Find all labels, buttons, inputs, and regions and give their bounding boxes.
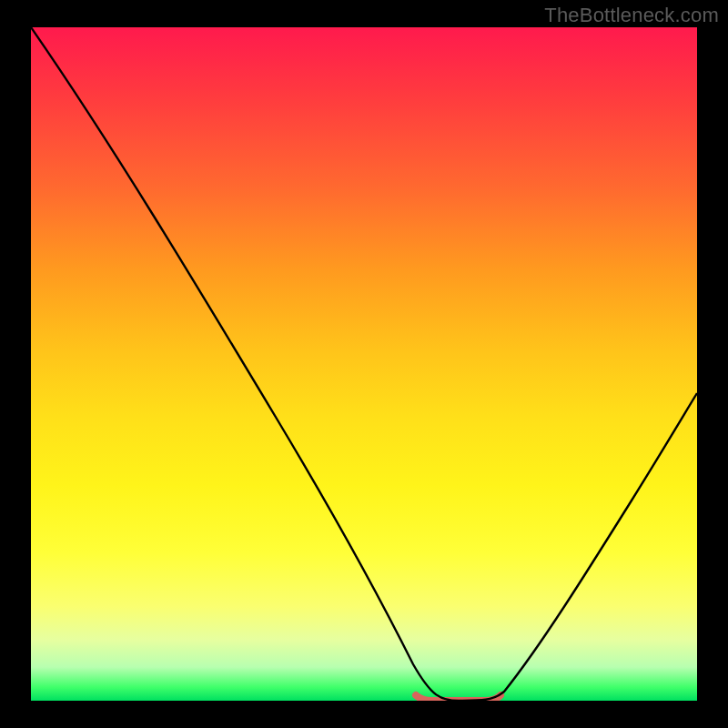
watermark-label: TheBottleneck.com <box>544 4 719 27</box>
chart-plot-area <box>31 27 697 701</box>
chart-frame: TheBottleneck.com <box>0 0 728 728</box>
bottleneck-curve <box>31 27 697 701</box>
chart-svg <box>31 27 697 701</box>
